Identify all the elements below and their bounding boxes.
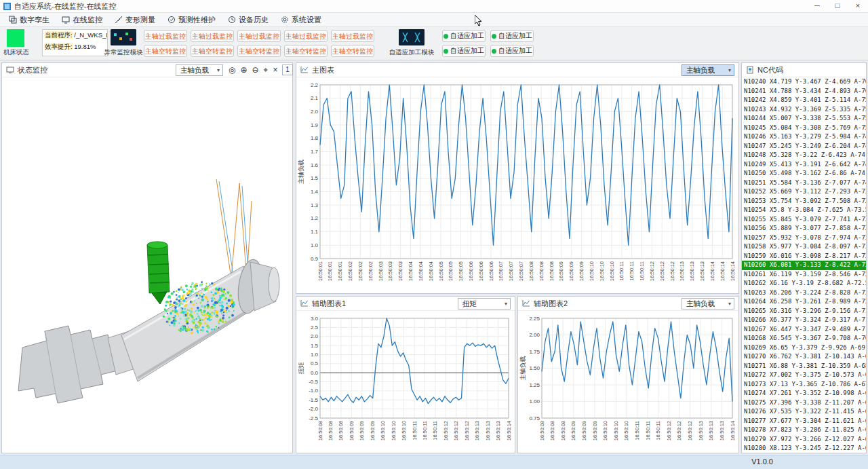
main-chart-area: 0.91.01.11.21.31.41.51.61.71.81.92.02.12… [297, 78, 738, 295]
nc-code-line[interactable]: N10269 X6.65 Y-3.379 Z-9.926 A-69.947 [742, 343, 866, 353]
idle-monitor-button-4[interactable]: 主轴空转监控 [284, 45, 328, 57]
aux-chart1-header: 辅助图表1 扭矩 ▾ [296, 297, 515, 311]
nc-code-line[interactable]: N10253 X5.754 Y-3.092 Z-7.508 A-73.677 [742, 197, 866, 206]
overload-monitor-button-3[interactable]: 主轴过载监控 [237, 30, 281, 42]
nc-code-line[interactable]: N10241 X4.788 Y-3.434 Z-4.893 A-76.062 [742, 87, 866, 96]
nc-code-line[interactable]: N10242 X4.859 Y-3.401 Z-5.114 A-75.775 [742, 96, 866, 105]
menu-item-2[interactable]: 在线监控 [56, 14, 108, 26]
nc-code-line[interactable]: N10274 X7.261 Y-3.352 Z-10.998 A-66.67 [742, 389, 866, 398]
view-tools: ◎⊕⊖⌖× [229, 64, 277, 76]
nc-code-line[interactable]: N10258 X5.977 Y-3.084 Z-8.097 A-73.138 [742, 242, 866, 252]
main-chart-metric-select[interactable]: 主轴负载 ▾ [682, 64, 734, 76]
nc-code-line[interactable]: N10245 X5.084 Y-3.308 Z-5.769 A-75.088 [742, 124, 866, 133]
idle-monitor-button-2[interactable]: 主轴空转监控 [191, 45, 234, 57]
nc-code-line[interactable]: N10278 X7.823 Y-3.286 Z-11.825 A-63.73 [742, 426, 866, 435]
nc-code-line[interactable]: N10270 X6.762 Y-3.381 Z-10.143 A-69.3 [742, 352, 866, 362]
nc-code-line[interactable]: N10250 X5.498 Y-3.162 Z-6.86 A-74.178 [742, 169, 866, 179]
aux-chart2-header: 辅助图表2 主轴负载 ▾ [518, 297, 738, 311]
zoom-in-icon[interactable]: ⊕ [240, 64, 247, 76]
nc-code-line[interactable]: N10265 X6.316 Y-3.296 Z-9.156 A-71.77 [742, 307, 866, 316]
nc-code-line[interactable]: N10275 X7.396 Y-3.338 Z-11.207 A-65.95 [742, 398, 866, 408]
nc-code-line[interactable]: N10271 X6.88 Y-3.381 Z-10.359 A-68.71 [742, 362, 866, 371]
nc-code-line[interactable]: N10273 X7.13 Y-3.365 Z-10.786 A-67.372 [742, 380, 866, 390]
nc-code-line[interactable]: N10267 X6.447 Y-3.347 Z-9.489 A-71.055 [742, 325, 866, 335]
nc-code-line[interactable]: N10256 X5.889 Y-3.077 Z-7.858 A-73.348 [742, 224, 866, 233]
menu-item-5[interactable]: 设备历史 [222, 14, 275, 26]
machine-3d-viewport[interactable] [2, 77, 292, 453]
svg-text:16:50:12: 16:50:12 [659, 261, 665, 281]
pan-icon[interactable]: ◎ [229, 64, 235, 76]
adaptive-machining-button-2[interactable]: 自适应加工 [490, 30, 534, 42]
menu-item-4[interactable]: 预测性维护 [161, 14, 222, 26]
menu-item-3[interactable]: 变形测量 [108, 14, 161, 26]
svg-text:16:50:09: 16:50:09 [359, 421, 365, 440]
nc-code-line[interactable]: N10263 X6.206 Y-3.224 Z-8.828 A-72.33 [742, 288, 866, 298]
svg-text:16:50:05: 16:50:05 [448, 261, 454, 281]
nc-code-line[interactable]: N10277 X7.677 Y-3.304 Z-11.621 A-64.48 [742, 417, 866, 426]
menu-icon-2 [62, 16, 70, 24]
adaptive-machining-button-4[interactable]: 自适应加工 [490, 45, 534, 57]
main-chart-metric-value: 主轴负载 [686, 66, 715, 75]
adaptive-button-label: 自适应加工 [498, 46, 532, 56]
close-button[interactable]: × [848, 0, 868, 12]
aux-chart2-area: 0.751.001.251.501.752.002.2516:50:0816:5… [519, 312, 738, 455]
nc-code-line[interactable]: N10255 X5.845 Y-3.079 Z-7.741 A-73.458 [742, 215, 866, 225]
active-status-dot-icon [443, 34, 448, 39]
nc-code-line[interactable]: N10240 X4.719 Y-3.467 Z-4.669 A-76.396 [742, 77, 866, 87]
nc-code-line[interactable]: N10251 X5.584 Y-3.136 Z-7.077 A-74.012 [742, 179, 866, 188]
crosshair-icon[interactable]: ⌖ [264, 64, 269, 76]
svg-text:16:50:11: 16:50:11 [629, 261, 635, 281]
overload-monitor-button-2[interactable]: 主轴过载监控 [191, 30, 234, 42]
overload-monitor-button-5[interactable]: 主轴过载监控 [331, 30, 374, 42]
menu-item-1[interactable]: 数字孪生 [3, 14, 56, 26]
nc-code-line[interactable]: N10243 X4.932 Y-3.369 Z-5.335 A-75.523 [742, 105, 866, 115]
overload-monitor-button-1[interactable]: 主轴过载监控 [144, 30, 187, 42]
reset-view-icon[interactable]: × [273, 64, 277, 76]
nc-code-line[interactable]: N10264 X6.258 Y-3.261 Z-8.989 A-72.07 [742, 297, 866, 307]
nc-code-line[interactable]: N10252 X5.669 Y-3.112 Z-7.293 A-73.844 [742, 187, 866, 197]
cutting-tool-3d [147, 242, 170, 304]
nc-code-line[interactable]: N10247 X5.245 Y-3.249 Z-6.204 A-74.701 [742, 142, 866, 151]
minimize-button[interactable]: ─ [807, 0, 827, 12]
svg-text:0.75: 0.75 [529, 415, 540, 421]
nc-code-line[interactable]: N10268 X6.545 Y-3.367 Z-9.708 A-70.57 [742, 334, 866, 343]
idle-monitor-button-1[interactable]: 主轴空转监控 [144, 45, 187, 57]
adaptive-machining-button-3[interactable]: 自适应加工 [442, 45, 486, 57]
svg-text:16:50:13: 16:50:13 [698, 421, 704, 440]
idle-monitor-button-5[interactable]: 主轴空转监控 [331, 45, 374, 57]
nc-code-line[interactable]: N10249 X5.413 Y-3.191 Z-6.642 A-74.34 [742, 160, 866, 170]
nc-code-panel: NC代码 N10240 X4.719 Y-3.467 Z-4.669 A-76.… [741, 62, 867, 453]
nc-code-line-active[interactable]: N10260 X6.081 Y-3.133 Z-8.422 A-72.835 [742, 261, 866, 270]
menu-item-6[interactable]: 系统设置 [275, 14, 328, 26]
nc-code-line[interactable]: N10254 X5.8 Y-3.084 Z-7.625 A-73.571 C [742, 206, 866, 215]
nc-code-line[interactable]: N10279 X7.972 Y-3.266 Z-12.027 A-62.98 [742, 435, 866, 445]
app-icon [3, 3, 11, 10]
overload-monitor-button-4[interactable]: 主轴过载监控 [284, 30, 328, 42]
nc-code-line[interactable]: N10259 X6.016 Y-3.098 Z-8.217 A-73.036 [742, 252, 866, 261]
nc-code-line[interactable]: N10262 X6.16 Y-3.19 Z-8.682 A-72.56 [742, 279, 866, 288]
maximize-button[interactable]: □ [827, 0, 848, 12]
adaptive-machining-button-1[interactable]: 自适应加工 [442, 30, 486, 42]
nc-code-line[interactable]: N10261 X6.119 Y-3.159 Z-8.546 A-72.701 [742, 270, 866, 280]
aux-chart2-title: 辅助图表2 [534, 299, 568, 309]
aux-chart2-metric-select[interactable]: 主轴负载 ▾ [682, 298, 734, 309]
main-chart-title: 主图表 [312, 65, 334, 75]
nc-code-line[interactable]: N10244 X5.007 Y-3.338 Z-5.553 A-75.297 [742, 114, 866, 124]
chevron-down-icon: ▾ [505, 301, 507, 307]
nc-code-line[interactable]: N10266 X6.377 Y-3.324 Z-9.317 A-71.443 [742, 316, 866, 325]
zoom-out-icon[interactable]: ⊖ [252, 64, 259, 76]
nc-code-line[interactable]: N10276 X7.535 Y-3.322 Z-11.415 A-65.22 [742, 407, 866, 417]
nc-code-line[interactable]: N10272 X7.002 Y-3.375 Z-10.573 A-68.05 [742, 371, 866, 380]
nc-code-line[interactable]: N10246 X5.163 Y-3.279 Z-5.984 A-74.892 [742, 132, 866, 142]
svg-text:16:50:12: 16:50:12 [669, 261, 675, 281]
svg-text:16:50:10: 16:50:10 [613, 421, 619, 440]
svg-text:16:50:04: 16:50:04 [428, 261, 434, 281]
nc-code-line[interactable]: N10280 X8.123 Y-3.245 Z-12.227 A-62.23 [742, 444, 866, 453]
view-mode-select[interactable]: 主轴负载 ▾ [176, 64, 223, 76]
idle-monitor-button-3[interactable]: 主轴空转监控 [237, 45, 281, 57]
aux-chart1-metric-select[interactable]: 扭矩 ▾ [458, 298, 511, 309]
nc-code-line[interactable]: N10257 X5.932 Y-3.078 Z-7.974 A-73.243 [742, 233, 866, 243]
svg-text:16:50:12: 16:50:12 [649, 261, 655, 281]
svg-text:16:50:08: 16:50:08 [338, 421, 344, 440]
nc-code-line[interactable]: N10248 X5.328 Y-3.22 Z-6.423 A-74.52 C [742, 151, 866, 160]
